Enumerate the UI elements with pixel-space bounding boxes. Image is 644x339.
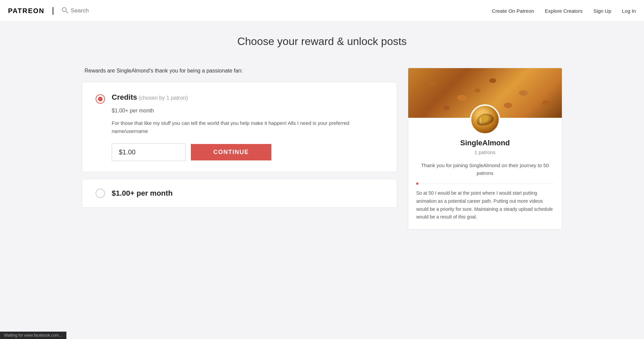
create-on-patreon-link[interactable]: Create On Patreon — [492, 8, 534, 14]
reward-header: Credits (chosen by 1 patron) — [96, 93, 383, 104]
reward-actions: CONTINUE — [96, 143, 383, 161]
reward-card-unselected: $1.00+ per month — [82, 179, 397, 208]
reward-title-unselected: $1.00+ per month — [112, 189, 173, 198]
logo: PATREON — [8, 7, 53, 15]
search-icon — [61, 7, 68, 15]
creator-post-text: So at 50 I would be at the point where I… — [408, 189, 562, 229]
header: PATREON Create On Patreon Explore Creato… — [0, 0, 644, 22]
creator-avatar — [470, 104, 500, 135]
nav: Create On Patreon Explore Creators Sign … — [492, 8, 636, 14]
right-panel: SingleAlmond 1 patrons Thank you for joi… — [408, 68, 562, 230]
creator-avatar-wrap — [408, 104, 562, 135]
reward-description: For those that like my stuff you can tel… — [96, 119, 383, 135]
page-title: Choose your reward & unlock posts — [0, 35, 644, 48]
radio-unselected[interactable] — [96, 189, 105, 198]
creator-patron-count: 1 patrons — [408, 149, 562, 155]
reward-header-unselected: $1.00+ per month — [96, 189, 383, 198]
creator-card: SingleAlmond 1 patrons Thank you for joi… — [408, 68, 562, 230]
log-in-link[interactable]: Log In — [622, 8, 636, 14]
sign-up-link[interactable]: Sign Up — [593, 8, 611, 14]
reward-title: Credits — [112, 93, 137, 101]
left-panel: Rewards are SingleAlmond's thank you for… — [82, 68, 397, 230]
amount-input[interactable] — [112, 143, 185, 161]
rewards-intro: Rewards are SingleAlmond's thank you for… — [82, 68, 397, 74]
radio-inner — [98, 97, 103, 101]
search-area — [61, 7, 222, 15]
creator-name: SingleAlmond — [408, 139, 562, 147]
reward-card-selected: Credits (chosen by 1 patron) $1.00+ per … — [82, 82, 397, 172]
svg-point-0 — [62, 7, 66, 11]
reward-price: $1.00+ per month — [96, 108, 383, 114]
continue-button[interactable]: CONTINUE — [191, 144, 271, 160]
almond-icon — [475, 112, 495, 127]
explore-creators-link[interactable]: Explore Creators — [545, 8, 583, 14]
reward-info: Credits (chosen by 1 patron) — [112, 93, 383, 102]
creator-message: Thank you for joining SingleAlmond on th… — [408, 162, 562, 177]
svg-line-1 — [66, 11, 68, 13]
reward-chosen-label: (chosen by 1 patron) — [139, 95, 188, 101]
search-input[interactable] — [71, 7, 138, 14]
main-content: Rewards are SingleAlmond's thank you for… — [74, 54, 570, 243]
page-title-section: Choose your reward & unlock posts — [0, 22, 644, 54]
creator-divider — [416, 184, 554, 184]
radio-selected[interactable] — [96, 94, 105, 104]
